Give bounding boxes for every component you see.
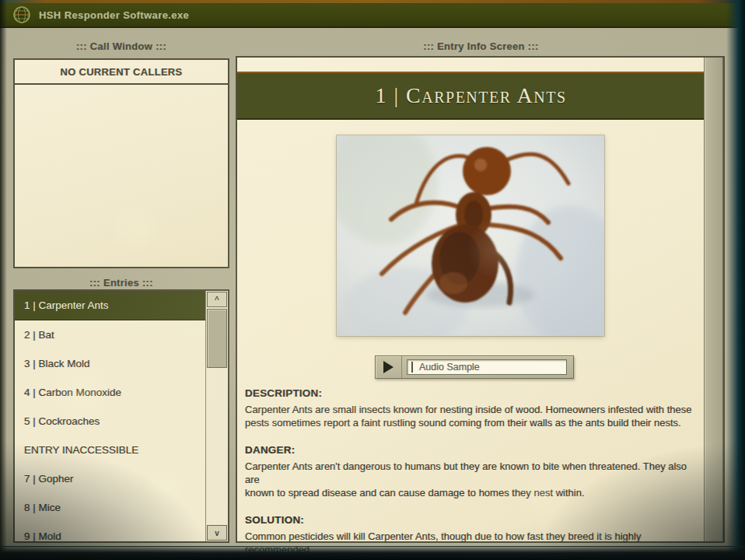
list-item[interactable]: 4 | Carbon Monoxide [15, 378, 206, 407]
chevron-up-icon: ^ [215, 296, 219, 304]
section-body: Carpenter Ants aren't dangerous to human… [245, 460, 702, 499]
title-bar[interactable]: HSH Responder Software.exe [0, 3, 745, 28]
entry-title: 1 | Carpenter Ants [375, 83, 566, 108]
list-item[interactable]: 7 | Gopher [15, 464, 206, 493]
ant-photo-illustration [337, 135, 604, 336]
list-item[interactable]: 5 | Cockroaches [15, 407, 206, 436]
section-body: Common pesticides will kill Carpenter An… [245, 530, 702, 560]
audio-sample-field[interactable]: Audio Sample [407, 359, 567, 375]
list-item[interactable]: 1 | Carpenter Ants [15, 291, 206, 320]
entries-panel: 1 | Carpenter Ants2 | Bat3 | Black Mold4… [13, 289, 229, 543]
play-icon [383, 361, 393, 373]
chevron-down-icon: v [215, 529, 219, 537]
entries-list: 1 | Carpenter Ants2 | Bat3 | Black Mold4… [15, 291, 206, 541]
audio-player: Audio Sample [375, 355, 574, 379]
screen-right-edge [726, 0, 745, 560]
list-item[interactable]: 3 | Black Mold [15, 349, 206, 378]
entries-scrollbar[interactable]: ^ v [205, 291, 228, 541]
playhead-tick [411, 362, 413, 373]
list-item[interactable]: 9 | Mold [15, 522, 206, 543]
list-item[interactable]: 2 | Bat [15, 320, 206, 349]
section-heading: DANGER: [245, 444, 702, 456]
entries-scrollbar-thumb[interactable] [207, 309, 227, 368]
screen-left-edge [0, 0, 7, 560]
section-heading: DESCRIPTION: [245, 387, 702, 399]
section-body: Carpenter Ants are small insects known f… [245, 403, 702, 429]
entry-info-panel: 1 | Carpenter Ants [236, 56, 725, 543]
call-window-label: ::: Call Window ::: [13, 40, 229, 52]
entry-info-sections: DESCRIPTION:Carpenter Ants are small ins… [245, 387, 702, 560]
entries-label: ::: Entries ::: [13, 277, 229, 289]
list-item[interactable]: ENTRY INACCESSIBLE [15, 436, 206, 464]
entry-info-scrollbar[interactable] [704, 58, 723, 541]
globe-icon [12, 5, 31, 24]
audio-sample-label: Audio Sample [419, 362, 480, 373]
scroll-up-button[interactable]: ^ [207, 292, 227, 307]
entry-info-label: ::: Entry Info Screen ::: [237, 40, 725, 52]
window-title: HSH Responder Software.exe [39, 9, 189, 21]
entry-title-banner: 1 | Carpenter Ants [237, 72, 705, 120]
scroll-down-button[interactable]: v [207, 525, 227, 541]
call-status: NO CURRENT CALLERS [15, 60, 228, 85]
section-heading: SOLUTION: [245, 514, 702, 526]
entry-photo [337, 135, 604, 336]
play-button[interactable] [376, 356, 402, 378]
crt-screen: HSH Responder Software.exe ::: Call Wind… [0, 0, 745, 560]
list-item[interactable]: 8 | Mice [15, 493, 206, 522]
call-window-panel: NO CURRENT CALLERS [13, 58, 229, 268]
